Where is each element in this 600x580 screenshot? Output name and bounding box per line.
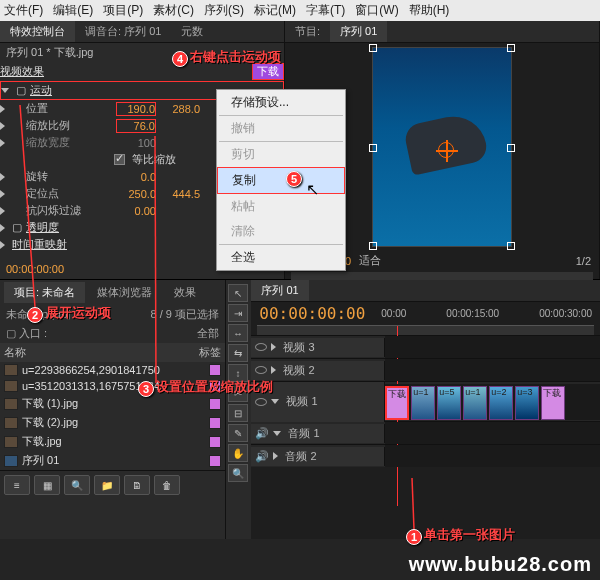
ctx-save-preset[interactable]: 存储预设... bbox=[217, 90, 345, 115]
list-item[interactable]: 下载.jpg bbox=[22, 434, 205, 449]
list-item[interactable]: u=2293866254,2901841750 bbox=[22, 364, 205, 376]
track-body-v2[interactable] bbox=[385, 359, 600, 381]
ripple-tool[interactable]: ↔ bbox=[228, 324, 248, 342]
eye-icon[interactable] bbox=[255, 398, 267, 406]
menu-marker[interactable]: 标记(M) bbox=[254, 2, 296, 19]
label-swatch[interactable] bbox=[209, 455, 221, 467]
zoom-tool[interactable]: 🔍 bbox=[228, 464, 248, 482]
scalew-toggle[interactable] bbox=[0, 139, 5, 147]
handle-tl[interactable] bbox=[369, 44, 377, 52]
menu-help[interactable]: 帮助(H) bbox=[409, 2, 450, 19]
handle-tr[interactable] bbox=[507, 44, 515, 52]
label-swatch[interactable] bbox=[209, 417, 221, 429]
filter-all[interactable]: 全部 bbox=[197, 326, 219, 341]
track-v2[interactable]: 视频 2 bbox=[283, 363, 314, 378]
handle-l[interactable] bbox=[369, 144, 377, 152]
clip-4[interactable]: u=1 bbox=[463, 386, 487, 420]
tab-metadata[interactable]: 元数 bbox=[171, 21, 213, 42]
monitor-canvas[interactable] bbox=[372, 47, 512, 247]
label-swatch[interactable] bbox=[209, 364, 221, 376]
col-label[interactable]: 标签 bbox=[199, 345, 221, 360]
handle-r[interactable] bbox=[507, 144, 515, 152]
clip-2[interactable]: u=1 bbox=[411, 386, 435, 420]
timeline-timecode[interactable]: 00:00:00:00 bbox=[251, 302, 373, 325]
menu-title[interactable]: 字幕(T) bbox=[306, 2, 345, 19]
anchor-y[interactable]: 444.5 bbox=[160, 188, 200, 200]
menu-clip[interactable]: 素材(C) bbox=[153, 2, 194, 19]
hand-tool[interactable]: ✋ bbox=[228, 444, 248, 462]
clip-6[interactable]: u=3 bbox=[515, 386, 539, 420]
eye-icon[interactable] bbox=[255, 366, 267, 374]
track-select-tool[interactable]: ⇥ bbox=[228, 304, 248, 322]
ctx-cut[interactable]: 剪切 bbox=[217, 142, 345, 167]
anchor-indicator[interactable] bbox=[438, 142, 454, 158]
search-button[interactable]: 🔍 bbox=[64, 475, 90, 495]
col-name[interactable]: 名称 bbox=[4, 345, 199, 360]
slip-tool[interactable]: ⊟ bbox=[228, 404, 248, 422]
clip-7[interactable]: 下载 bbox=[541, 386, 565, 420]
motion-toggle[interactable] bbox=[1, 88, 9, 93]
timeline-seq-tab[interactable]: 序列 01 bbox=[251, 280, 308, 301]
scale-toggle[interactable] bbox=[0, 122, 5, 130]
menu-edit[interactable]: 编辑(E) bbox=[53, 2, 93, 19]
icon-view-button[interactable]: ▦ bbox=[34, 475, 60, 495]
uniform-scale-checkbox[interactable] bbox=[114, 154, 125, 165]
position-x[interactable]: 190.0 bbox=[116, 102, 156, 116]
ctx-clear[interactable]: 清除 bbox=[217, 219, 345, 244]
flicker-value[interactable]: 0.00 bbox=[116, 205, 156, 217]
timeremap-effect[interactable]: 时间重映射 bbox=[12, 237, 67, 252]
tab-effects-control[interactable]: 特效控制台 bbox=[0, 21, 75, 42]
scale-value[interactable]: 76.0 bbox=[116, 119, 156, 133]
handle-bl[interactable] bbox=[369, 242, 377, 250]
rotate-value[interactable]: 0.0 bbox=[116, 171, 156, 183]
tab-project[interactable]: 项目: 未命名 bbox=[4, 282, 85, 303]
list-item[interactable]: 序列 01 bbox=[22, 453, 205, 468]
rolling-tool[interactable]: ⇆ bbox=[228, 344, 248, 362]
menu-window[interactable]: 窗口(W) bbox=[355, 2, 398, 19]
position-toggle[interactable] bbox=[0, 105, 5, 113]
ctx-select-all[interactable]: 全选 bbox=[217, 245, 345, 270]
handle-br[interactable] bbox=[507, 242, 515, 250]
flicker-toggle[interactable] bbox=[0, 207, 5, 215]
opacity-toggle[interactable] bbox=[0, 224, 5, 232]
opacity-effect[interactable]: 透明度 bbox=[26, 220, 59, 235]
track-body-a2[interactable] bbox=[385, 445, 600, 467]
ctx-undo[interactable]: 撤销 bbox=[217, 116, 345, 141]
clip-5[interactable]: u=2 bbox=[489, 386, 513, 420]
selection-tool[interactable]: ↖ bbox=[228, 284, 248, 302]
eye-icon[interactable] bbox=[255, 343, 267, 351]
ctx-paste[interactable]: 粘帖 bbox=[217, 194, 345, 219]
track-a2[interactable]: 音频 2 bbox=[285, 449, 316, 464]
track-body-v1[interactable]: 下载 u=1 u=5 u=1 u=2 u=3 下载 bbox=[385, 384, 600, 420]
program-seq-tab[interactable]: 序列 01 bbox=[330, 21, 387, 42]
track-v3[interactable]: 视频 3 bbox=[283, 340, 314, 355]
res-half[interactable]: 1/2 bbox=[576, 255, 591, 267]
track-body-a1[interactable] bbox=[385, 422, 600, 444]
clip-3[interactable]: u=5 bbox=[437, 386, 461, 420]
timeline-ruler[interactable] bbox=[257, 325, 594, 335]
anchor-toggle[interactable] bbox=[0, 190, 5, 198]
ctx-copy[interactable]: 复制 bbox=[217, 167, 345, 194]
tab-effects[interactable]: 效果 bbox=[164, 282, 206, 303]
trash-button[interactable]: 🗑 bbox=[154, 475, 180, 495]
label-swatch[interactable] bbox=[209, 436, 221, 448]
new-bin-button[interactable]: 📁 bbox=[94, 475, 120, 495]
menu-file[interactable]: 文件(F) bbox=[4, 2, 43, 19]
anchor-x[interactable]: 250.0 bbox=[116, 188, 156, 200]
clip-1[interactable]: 下载 bbox=[385, 386, 409, 420]
menu-sequence[interactable]: 序列(S) bbox=[204, 2, 244, 19]
position-y[interactable]: 288.0 bbox=[160, 103, 200, 115]
track-body-v3[interactable] bbox=[385, 336, 600, 358]
list-view-button[interactable]: ≡ bbox=[4, 475, 30, 495]
tab-media-browser[interactable]: 媒体浏览器 bbox=[87, 282, 162, 303]
zoom-fit[interactable]: 适合 bbox=[359, 253, 381, 268]
track-v1[interactable]: 视频 1 bbox=[286, 394, 317, 409]
list-item[interactable]: 下载 (1).jpg bbox=[22, 396, 205, 411]
tab-audiomixer[interactable]: 调音台: 序列 01 bbox=[75, 21, 171, 42]
remap-toggle[interactable] bbox=[0, 241, 5, 249]
menu-project[interactable]: 项目(P) bbox=[103, 2, 143, 19]
list-item[interactable]: 下载 (2).jpg bbox=[22, 415, 205, 430]
motion-effect[interactable]: 运动 bbox=[30, 83, 52, 98]
track-a1[interactable]: 音频 1 bbox=[288, 426, 319, 441]
new-item-button[interactable]: 🗎 bbox=[124, 475, 150, 495]
